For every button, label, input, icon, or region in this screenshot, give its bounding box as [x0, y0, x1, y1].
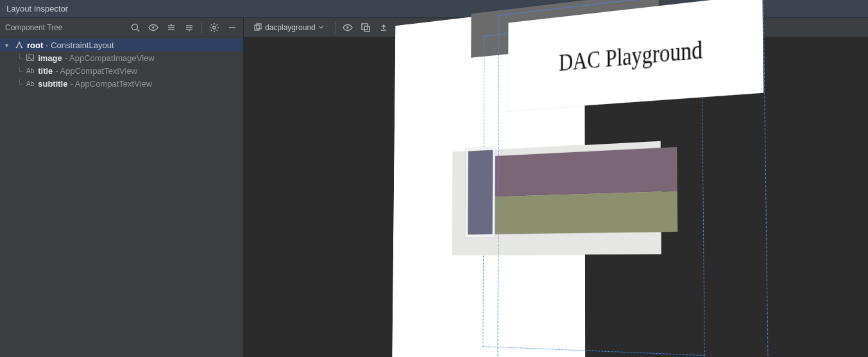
- layout-3d-viewport[interactable]: DAC Playground: [244, 37, 868, 357]
- text-icon: Ab: [25, 79, 35, 88]
- component-tree-panel: Component Tree: [0, 18, 244, 357]
- component-tree-header: Component Tree: [0, 18, 243, 37]
- svg-point-13: [19, 42, 21, 44]
- tree-node-name: subtitle: [38, 79, 67, 89]
- text-icon: Ab: [25, 66, 35, 75]
- tree-node-type: - AppCompatTextView: [55, 66, 137, 76]
- svg-point-2: [153, 27, 154, 28]
- selection-outline-front: [497, 0, 769, 357]
- gear-icon[interactable]: [208, 22, 220, 33]
- layout-icon: [14, 40, 24, 49]
- svg-point-0: [132, 24, 138, 30]
- separator: [335, 22, 336, 33]
- tree-node-name: title: [38, 66, 53, 76]
- visibility-toggle-icon[interactable]: [342, 22, 353, 33]
- component-tree-title: Component Tree: [5, 23, 62, 32]
- visibility-icon[interactable]: [148, 22, 159, 33]
- svg-rect-20: [364, 26, 370, 31]
- tree-node-title[interactable]: └ Ab title - AppCompatTextView: [0, 64, 243, 77]
- export-icon[interactable]: [378, 22, 389, 33]
- svg-point-18: [347, 27, 348, 28]
- window-title: Layout Inspector: [6, 4, 68, 13]
- process-name: dacplayground: [265, 23, 316, 32]
- layout-3d-panel: dacplayground: [244, 18, 868, 357]
- svg-line-1: [137, 30, 139, 31]
- main-split: Component Tree: [0, 18, 868, 357]
- tree-toolbar: [130, 22, 238, 33]
- expand-all-icon[interactable]: [166, 22, 177, 33]
- tree-node-type: - AppCompatImageView: [65, 53, 155, 63]
- separator: [201, 22, 202, 33]
- layout-inspector-window: Layout Inspector Component Tree: [0, 0, 868, 357]
- tree-node-name: root: [27, 40, 43, 50]
- svg-point-9: [213, 26, 216, 28]
- collapse-all-icon[interactable]: [183, 22, 195, 33]
- tree-node-type: - ConstraintLayout: [46, 40, 114, 50]
- search-icon[interactable]: [130, 22, 141, 33]
- chevron-down-icon[interactable]: ▾: [5, 42, 12, 49]
- layer-image-thumb[interactable]: [465, 147, 495, 238]
- tree-node-root[interactable]: ▾ root - ConstraintLayout: [0, 39, 243, 51]
- image-icon: [25, 53, 35, 62]
- tree-node-name: image: [38, 53, 62, 63]
- svg-point-12: [21, 47, 23, 49]
- process-selector[interactable]: dacplayground: [249, 21, 328, 35]
- tree-node-subtitle[interactable]: └ Ab subtitle - AppCompatTextView: [0, 77, 243, 90]
- minimize-icon[interactable]: [226, 22, 238, 33]
- select-overlay-icon[interactable]: [360, 22, 371, 33]
- svg-point-11: [16, 47, 18, 49]
- tree-node-image[interactable]: └ image - AppCompatImageView: [0, 51, 243, 64]
- tree-node-type: - AppCompatTextView: [70, 79, 152, 89]
- component-tree[interactable]: ▾ root - ConstraintLayout └ image - AppC: [0, 37, 243, 357]
